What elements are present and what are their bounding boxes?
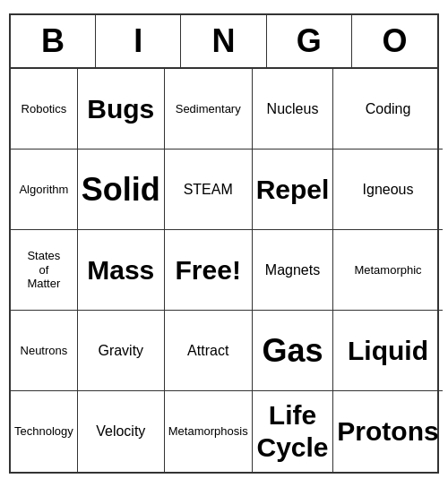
bingo-cell: Metamorphosis xyxy=(165,391,253,472)
bingo-cell: Gravity xyxy=(78,311,165,391)
cell-label: Igneous xyxy=(363,181,414,198)
bingo-cell: Sedimentary xyxy=(165,69,253,150)
cell-label: Neutrons xyxy=(21,344,68,358)
bingo-cell: STEAM xyxy=(165,150,253,230)
bingo-cell: Protons xyxy=(333,391,442,472)
cell-label: Metamorphosis xyxy=(168,424,248,439)
bingo-card: BINGO RoboticsBugsSedimentaryNucleusCodi… xyxy=(9,13,439,474)
cell-label: Sedimentary xyxy=(176,102,241,116)
bingo-cell: Gas xyxy=(253,311,334,391)
cell-label: Solid xyxy=(82,170,160,209)
bingo-cell: Attract xyxy=(165,311,253,391)
cell-label: Liquid xyxy=(348,335,428,367)
bingo-cell: States of Matter xyxy=(11,230,78,311)
header-letter: O xyxy=(352,15,437,67)
cell-label: Attract xyxy=(187,342,228,359)
cell-label: Repel xyxy=(256,174,330,206)
bingo-cell: Metamorphic xyxy=(333,230,442,311)
header-letter: G xyxy=(267,15,352,67)
bingo-cell: Nucleus xyxy=(253,69,334,150)
cell-label: Gravity xyxy=(98,342,143,359)
cell-label: STEAM xyxy=(184,181,233,198)
bingo-cell: Free! xyxy=(165,230,253,311)
cell-label: Coding xyxy=(366,100,411,117)
cell-label: Life Cycle xyxy=(256,399,328,464)
bingo-cell: Velocity xyxy=(78,391,165,472)
header-letter: N xyxy=(181,15,266,67)
bingo-cell: Magnets xyxy=(253,230,334,311)
bingo-cell: Technology xyxy=(11,391,78,472)
bingo-cell: Igneous xyxy=(333,150,442,230)
bingo-cell: Life Cycle xyxy=(253,391,334,472)
cell-label: Gas xyxy=(262,331,323,370)
bingo-cell: Liquid xyxy=(333,311,442,391)
bingo-cell: Solid xyxy=(78,150,165,230)
bingo-cell: Coding xyxy=(333,69,442,150)
bingo-grid: RoboticsBugsSedimentaryNucleusCodingAlgo… xyxy=(11,69,437,472)
cell-label: Magnets xyxy=(265,261,320,278)
cell-label: Velocity xyxy=(96,423,145,440)
cell-label: Metamorphic xyxy=(354,263,421,278)
bingo-cell: Robotics xyxy=(11,69,78,150)
cell-label: Robotics xyxy=(22,102,67,116)
cell-label: States of Matter xyxy=(27,249,60,291)
bingo-cell: Bugs xyxy=(78,69,165,150)
cell-label: Bugs xyxy=(87,93,154,125)
cell-label: Algorithm xyxy=(19,183,68,197)
header-letter: B xyxy=(11,15,96,67)
bingo-cell: Neutrons xyxy=(11,311,78,391)
bingo-cell: Repel xyxy=(253,150,334,230)
bingo-cell: Algorithm xyxy=(11,150,78,230)
bingo-cell: Mass xyxy=(78,230,165,311)
cell-label: Free! xyxy=(176,254,241,286)
cell-label: Technology xyxy=(14,424,73,439)
bingo-header: BINGO xyxy=(11,15,437,69)
header-letter: I xyxy=(96,15,181,67)
cell-label: Nucleus xyxy=(267,100,319,117)
cell-label: Protons xyxy=(337,415,438,448)
cell-label: Mass xyxy=(87,254,154,286)
